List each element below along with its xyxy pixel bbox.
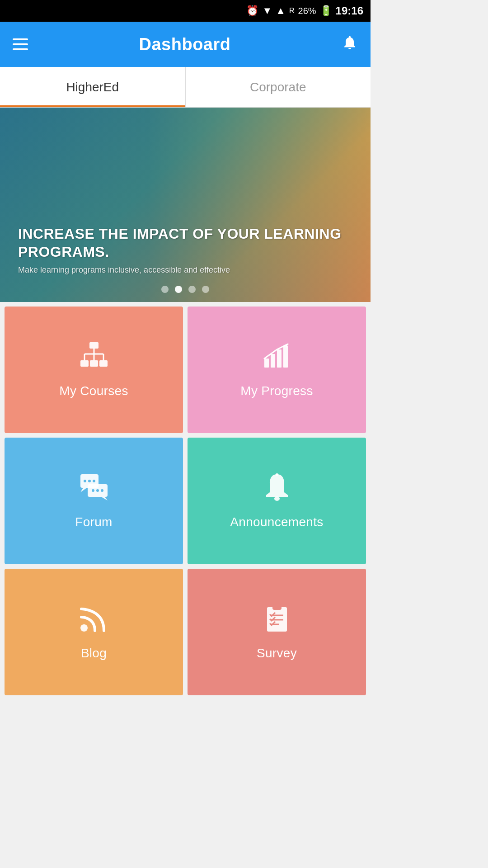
hamburger-line-1 bbox=[13, 38, 28, 40]
svg-point-16 bbox=[88, 480, 91, 482]
hamburger-line-3 bbox=[13, 48, 28, 50]
tile-my-courses-label: My Courses bbox=[59, 384, 128, 398]
tile-survey[interactable]: Survey bbox=[188, 569, 366, 695]
carousel-dots bbox=[161, 286, 209, 293]
dashboard-grid: My Courses My Progress bbox=[0, 302, 371, 700]
svg-point-26 bbox=[80, 624, 88, 632]
tile-announcements[interactable]: Announcements bbox=[188, 438, 366, 564]
hero-banner: INCREASE THE IMPACT OF YOUR LEARNING PRO… bbox=[0, 108, 371, 302]
clipboard-icon bbox=[263, 604, 291, 637]
hamburger-line-2 bbox=[13, 43, 28, 45]
tab-corporate-label: Corporate bbox=[250, 80, 306, 94]
carousel-dot-2[interactable] bbox=[175, 286, 182, 293]
chart-icon bbox=[263, 341, 291, 375]
svg-point-22 bbox=[101, 489, 103, 492]
svg-rect-0 bbox=[89, 342, 99, 349]
status-time: 19:16 bbox=[336, 5, 363, 17]
svg-rect-9 bbox=[264, 359, 269, 368]
svg-rect-11 bbox=[277, 349, 282, 368]
tab-corporate[interactable]: Corporate bbox=[186, 67, 371, 107]
bell-icon bbox=[263, 472, 291, 506]
battery-icon: 🔋 bbox=[320, 5, 332, 17]
carousel-dot-4[interactable] bbox=[202, 286, 209, 293]
svg-rect-28 bbox=[272, 604, 282, 610]
alarm-icon: ⏰ bbox=[246, 5, 258, 17]
svg-point-20 bbox=[92, 489, 94, 492]
banner-title: INCREASE THE IMPACT OF YOUR LEARNING PRO… bbox=[18, 225, 352, 261]
status-bar: ⏰ ▼ ▲ R 26% 🔋 19:16 bbox=[0, 0, 371, 22]
svg-rect-1 bbox=[80, 360, 89, 367]
tile-my-courses[interactable]: My Courses bbox=[5, 307, 183, 433]
svg-point-15 bbox=[84, 480, 86, 482]
rss-icon bbox=[80, 604, 108, 637]
tab-highered[interactable]: HigherEd bbox=[0, 67, 186, 107]
tile-my-progress-label: My Progress bbox=[240, 384, 313, 398]
signal-icon: ▲ bbox=[276, 5, 286, 17]
toolbar: Dashboard bbox=[0, 22, 371, 67]
svg-rect-2 bbox=[90, 360, 98, 367]
tile-forum[interactable]: Forum bbox=[5, 438, 183, 564]
chat-icon bbox=[80, 472, 108, 506]
nosim-icon: R bbox=[289, 7, 295, 15]
svg-rect-10 bbox=[271, 354, 275, 368]
carousel-dot-1[interactable] bbox=[161, 286, 169, 293]
battery-percent: 26% bbox=[298, 6, 316, 16]
notification-bell-icon[interactable] bbox=[342, 34, 358, 54]
status-icons: ⏰ ▼ ▲ R 26% 🔋 19:16 bbox=[246, 5, 363, 17]
svg-marker-23 bbox=[101, 497, 108, 500]
page-title: Dashboard bbox=[139, 35, 231, 54]
svg-point-24 bbox=[274, 496, 280, 501]
banner-content: INCREASE THE IMPACT OF YOUR LEARNING PRO… bbox=[18, 225, 352, 275]
svg-rect-12 bbox=[283, 346, 288, 368]
tile-forum-label: Forum bbox=[75, 515, 112, 529]
hamburger-menu-button[interactable] bbox=[13, 38, 28, 50]
svg-point-17 bbox=[93, 480, 95, 482]
svg-point-21 bbox=[96, 489, 99, 492]
svg-rect-3 bbox=[99, 360, 108, 367]
svg-rect-25 bbox=[276, 473, 278, 476]
banner-subtitle: Make learning programs inclusive, access… bbox=[18, 265, 352, 275]
tile-announcements-label: Announcements bbox=[230, 515, 323, 529]
carousel-dot-3[interactable] bbox=[188, 286, 196, 293]
wifi-icon: ▼ bbox=[262, 5, 272, 17]
svg-marker-18 bbox=[80, 488, 87, 492]
tab-highered-label: HigherEd bbox=[66, 80, 119, 94]
tile-blog-label: Blog bbox=[81, 646, 107, 660]
tile-my-progress[interactable]: My Progress bbox=[188, 307, 366, 433]
org-chart-icon bbox=[80, 341, 108, 375]
tab-bar: HigherEd Corporate bbox=[0, 67, 371, 108]
tile-survey-label: Survey bbox=[257, 646, 297, 660]
tile-blog[interactable]: Blog bbox=[5, 569, 183, 695]
